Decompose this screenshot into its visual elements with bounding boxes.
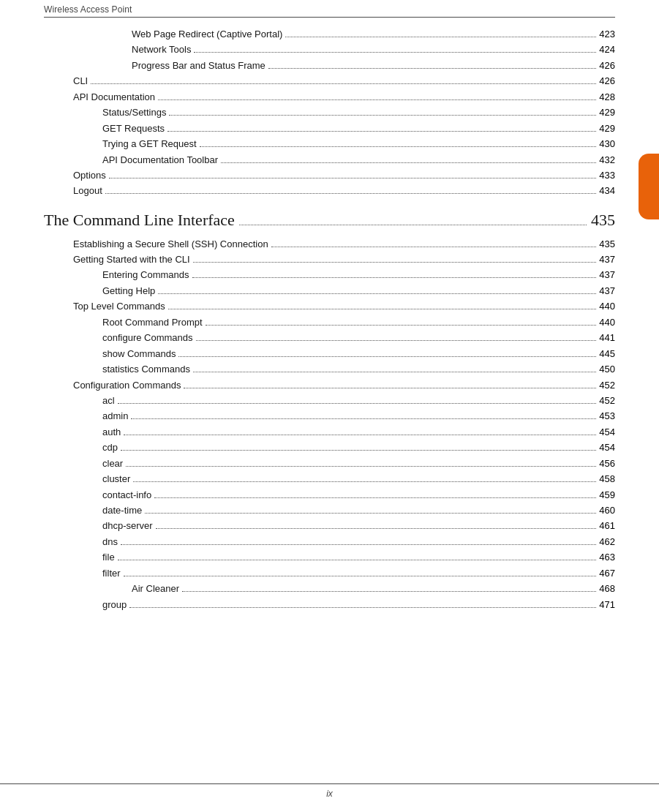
toc-text: contact-info [102,487,151,503]
toc-page: 440 [599,298,615,314]
toc-text: file [102,549,115,565]
toc-entry: contact-info459 [44,487,615,503]
toc-entry: Entering Commands437 [44,267,615,282]
toc-text: Getting Started with the CLI [73,252,190,267]
toc-page: 454 [599,440,615,455]
toc-text: Trying a GET Request [102,136,197,151]
toc-text: Configuration Commands [73,377,181,393]
toc-page: 450 [599,361,615,377]
toc-entry: Progress Bar and Status Frame426 [44,58,615,73]
toc-entry: API Documentation428 [44,89,615,105]
toc-page: 454 [599,424,615,440]
toc-entries: Web Page Redirect (Captive Portal)423Net… [44,23,615,612]
toc-dots [133,481,596,482]
toc-dots [184,388,596,388]
toc-text: API Documentation [73,89,155,105]
toc-text: acl [102,393,115,408]
toc-page: 433 [599,168,615,183]
toc-dots [129,607,596,608]
toc-text: Logout [73,183,102,198]
toc-dots [131,418,596,419]
toc-page: 429 [599,121,615,136]
toc-entry: clear456 [44,456,615,471]
toc-text: Establishing a Secure Shell (SSH) Connec… [73,236,268,252]
toc-dots [118,560,597,560]
page-container: Wireless Access Point Web Page Redirect … [0,0,659,812]
toc-dots [145,513,596,514]
toc-dots [124,435,596,435]
toc-page: 462 [599,534,615,549]
toc-dots [169,115,596,116]
toc-dots [200,146,597,147]
toc-dots [158,293,596,294]
toc-page: 445 [599,346,615,361]
toc-text: group [102,597,127,612]
toc-text: Getting Help [102,283,155,298]
toc-text: cluster [102,471,130,486]
toc-page: 440 [599,315,615,330]
toc-text: statistics Commands [102,361,190,377]
toc-entry: GET Requests429 [44,121,615,136]
toc-entry: Establishing a Secure Shell (SSH) Connec… [44,236,615,252]
toc-text: Root Command Prompt [102,315,203,330]
toc-text: date-time [102,503,142,518]
chapter-dots [239,225,587,225]
toc-dots [91,83,596,84]
footer: ix [0,783,659,799]
toc-entry: Getting Help437 [44,283,615,298]
toc-dots [194,52,596,53]
toc-dots [182,591,596,592]
toc-text: show Commands [102,346,176,361]
toc-text: Network Tools [132,42,191,57]
toc-entry: Trying a GET Request430 [44,136,615,151]
toc-text: GET Requests [102,121,165,136]
toc-page: 423 [599,26,615,42]
toc-entry: Top Level Commands440 [44,298,615,314]
toc-page: 437 [599,252,615,267]
toc-entry: auth454 [44,424,615,440]
toc-text: Top Level Commands [73,298,165,314]
toc-page: 456 [599,456,615,471]
toc-dots [158,99,596,100]
toc-text: Options [73,168,106,183]
chapter-text: The Command Line Interface [44,209,235,232]
toc-page: 461 [599,518,615,533]
toc-dots [118,403,597,404]
toc-dots [196,340,597,341]
toc-dots [271,247,597,247]
toc-dots [167,131,596,132]
toc-dots [285,37,596,37]
toc-page: 468 [599,581,615,596]
toc-entry: show Commands445 [44,346,615,361]
toc-entry: configure Commands441 [44,330,615,345]
toc-text: clear [102,456,123,471]
toc-text: Web Page Redirect (Captive Portal) [132,26,282,42]
toc-entry: Air Cleaner468 [44,581,615,596]
toc-entry: acl452 [44,393,615,408]
toc-text: dhcp-server [102,518,153,533]
toc-page: 430 [599,136,615,151]
toc-dots [168,309,597,309]
toc-entry: cluster458 [44,471,615,486]
toc-page: 441 [599,330,615,345]
toc-entry: statistics Commands450 [44,361,615,377]
toc-dots [178,356,596,357]
toc-page: 437 [599,283,615,298]
toc-text: CLI [73,73,88,89]
toc-entry: group471 [44,597,615,612]
toc-entry: admin453 [44,408,615,424]
header-bar: Wireless Access Point [44,0,615,18]
toc-text: dns [102,534,118,549]
toc-page: 453 [599,408,615,424]
toc-page: 426 [599,58,615,73]
toc-dots [109,178,596,178]
toc-dots [193,262,597,263]
chapter-entry: The Command Line Interface435 [44,209,615,232]
toc-dots [221,162,596,163]
header-title: Wireless Access Point [44,4,132,15]
toc-entry: Network Tools424 [44,42,615,57]
toc-page: 435 [599,236,615,252]
toc-page: 452 [599,393,615,408]
toc-page: 459 [599,487,615,503]
toc-entry: API Documentation Toolbar432 [44,152,615,168]
